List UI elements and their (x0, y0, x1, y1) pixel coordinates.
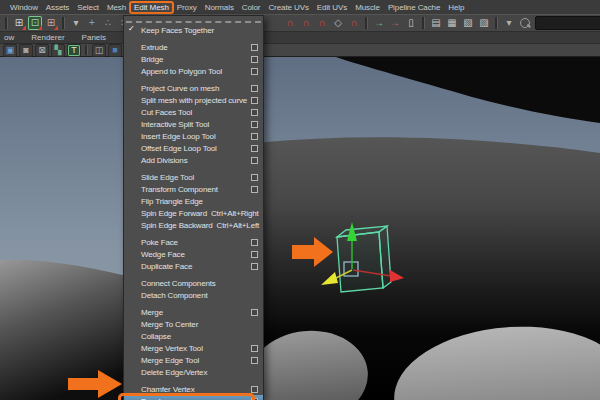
menu-item-merge-edge-tool[interactable]: Merge Edge Tool (124, 354, 263, 366)
status-icon-snap-point-magnet[interactable]: ∩ (315, 16, 329, 30)
panel-icon-wire-cube[interactable]: ◫ (92, 44, 106, 57)
menu-item-insert-edge-loop-tool[interactable]: Insert Edge Loop Tool (124, 130, 263, 142)
status-icon-render-current-frame[interactable]: ▦ (445, 16, 459, 30)
menu-item-keep-faces-together[interactable]: ✓ Keep Faces Together (124, 24, 263, 36)
status-icon-snap-view-magnet[interactable]: ∩ (347, 16, 361, 30)
menubar-item-mesh[interactable]: Mesh (103, 1, 130, 14)
menu-item-delete-edge-vertex[interactable]: Delete Edge/Vertex (124, 366, 263, 378)
status-icon-divider-3[interactable] (422, 17, 425, 29)
menu-item-bridge[interactable]: Bridge (124, 53, 263, 65)
menu-item-detach-component[interactable]: Detach Component (124, 289, 263, 301)
menubar-item-window[interactable]: Window (6, 1, 42, 14)
menu-item-transform-component[interactable]: Transform Component (124, 183, 263, 195)
option-box[interactable] (251, 357, 258, 364)
menu-item-chamfer-vertex[interactable]: Chamfer Vertex (124, 383, 263, 395)
menubar-item-pipeline-cache[interactable]: Pipeline Cache (384, 1, 444, 14)
tearoff-handle[interactable] (126, 17, 261, 23)
menubar-item-edit-mesh[interactable]: Edit Mesh (129, 1, 174, 14)
option-box[interactable] (251, 345, 258, 352)
menu-item-project-curve-on-mesh[interactable]: Project Curve on mesh (124, 82, 263, 94)
status-icon-select-object[interactable]: ⊡ (28, 16, 42, 30)
menubar-item-help[interactable]: Help (444, 1, 468, 14)
menubar-item-create-uvs[interactable]: Create UVs (264, 1, 312, 14)
menu-item-collapse[interactable]: Collapse (124, 330, 263, 342)
option-box[interactable] (251, 97, 258, 104)
status-icon-ipr-render[interactable]: ▧ (461, 16, 475, 30)
panel-icon-texture-mode[interactable]: T (67, 44, 81, 57)
panel-menu-show-partial[interactable]: ow (2, 33, 16, 42)
panel-icon-divider[interactable] (85, 45, 88, 55)
option-box[interactable] (251, 56, 258, 63)
status-icon-input-connections[interactable]: → (372, 16, 386, 30)
menu-item-flip-triangle-edge[interactable]: Flip Triangle Edge (124, 195, 263, 207)
menu-item-append-to-polygon-tool[interactable]: Append to Polygon Tool (124, 65, 263, 77)
option-box[interactable] (251, 263, 258, 270)
option-box[interactable] (251, 186, 258, 193)
menu-item-split-mesh-with-projected-curve[interactable]: Split mesh with projected curve (124, 94, 263, 106)
option-box[interactable] (251, 133, 258, 140)
status-icon-select-hierarchy[interactable]: ⊞ (12, 16, 26, 30)
status-icon-mask-expand[interactable]: ▾ (69, 16, 83, 30)
menubar-item-assets[interactable]: Assets (42, 1, 73, 14)
menu-item-poke-face[interactable]: Poke Face (124, 236, 263, 248)
search-input[interactable] (535, 16, 600, 30)
option-box[interactable] (251, 44, 258, 51)
menubar-item-color[interactable]: Color (238, 1, 265, 14)
viewport-canvas[interactable] (0, 57, 600, 400)
option-box[interactable] (251, 309, 258, 316)
menu-item-add-divisions[interactable]: Add Divisions (124, 154, 263, 166)
option-box[interactable] (251, 121, 258, 128)
menu-item-extrude[interactable]: Extrude (124, 41, 263, 53)
menu-item-offset-edge-loop-tool[interactable]: Offset Edge Loop Tool (124, 142, 263, 154)
menu-item-spin-edge-backward[interactable]: Spin Edge Backward Ctrl+Alt+Left (124, 219, 263, 231)
menu-item-connect-components[interactable]: Connect Components (124, 277, 263, 289)
status-icon-snap-surface-magnet[interactable]: ∩ (283, 16, 297, 30)
menubar-item-edit-uvs[interactable]: Edit UVs (313, 1, 351, 14)
menu-item-wedge-face[interactable]: Wedge Face (124, 248, 263, 260)
panel-icon-film-gate[interactable]: ⊠ (35, 44, 49, 57)
option-box[interactable] (251, 157, 258, 164)
menu-item-duplicate-face[interactable]: Duplicate Face (124, 260, 263, 272)
status-icon-snap-grid[interactable]: + (85, 16, 99, 30)
status-icon-field-selector[interactable]: ▾ (502, 16, 516, 30)
option-box[interactable] (251, 145, 258, 152)
option-box[interactable] (251, 386, 258, 393)
option-box[interactable] (251, 85, 258, 92)
status-icon-snap-curve-magnet[interactable]: ∩ (299, 16, 313, 30)
menubar-item-proxy[interactable]: Proxy (173, 1, 201, 14)
selected-face-wirebox[interactable] (337, 226, 391, 292)
status-icon-render-view[interactable]: ▤ (429, 16, 443, 30)
status-icon-snap-curve[interactable]: ∴ (101, 16, 115, 30)
menu-item-spin-edge-forward[interactable]: Spin Edge Forward Ctrl+Alt+Right (124, 207, 263, 219)
option-box[interactable] (251, 109, 258, 116)
menu-item-bevel[interactable]: Bevel (124, 395, 263, 400)
panel-icon-shaded-cube[interactable]: ■ (108, 44, 122, 57)
status-icon-search-magnifier[interactable] (518, 16, 532, 30)
status-icon-select-component[interactable]: ⊞ (44, 16, 58, 30)
panel-menu-renderer[interactable]: Renderer (29, 33, 66, 42)
status-icon-make-live[interactable]: ◇ (331, 16, 345, 30)
panel-icon-shaded-mode[interactable]: ◙ (19, 44, 33, 57)
menubar-item-muscle[interactable]: Muscle (351, 1, 384, 14)
status-icon-output-connections[interactable]: → (388, 16, 402, 30)
status-icon-divider-4[interactable] (495, 17, 498, 29)
status-icon-divider-2[interactable] (365, 17, 368, 29)
menu-item-slide-edge-tool[interactable]: Slide Edge Tool (124, 171, 263, 183)
status-icon-divider-1[interactable] (62, 17, 65, 29)
menubar-item-normals[interactable]: Normals (201, 1, 238, 14)
status-icon-grip[interactable] (5, 17, 8, 29)
option-box[interactable] (251, 174, 258, 181)
menu-item-interactive-split-tool[interactable]: Interactive Split Tool (124, 118, 263, 130)
option-box[interactable] (251, 251, 258, 258)
status-icon-render-settings[interactable]: ▨ (477, 16, 491, 30)
panel-icon-lighting-mode[interactable]: ▚ (51, 44, 65, 57)
option-box[interactable] (251, 239, 258, 246)
panel-menu-panels[interactable]: Panels (80, 33, 108, 42)
menu-item-merge-vertex-tool[interactable]: Merge Vertex Tool (124, 342, 263, 354)
menu-item-merge-to-center[interactable]: Merge To Center (124, 318, 263, 330)
option-box[interactable] (251, 68, 258, 75)
menu-item-merge[interactable]: Merge (124, 306, 263, 318)
menubar-item-select[interactable]: Select (73, 1, 103, 14)
status-icon-construction-history[interactable]: ▯ (404, 16, 418, 30)
menu-item-cut-faces-tool[interactable]: Cut Faces Tool (124, 106, 263, 118)
